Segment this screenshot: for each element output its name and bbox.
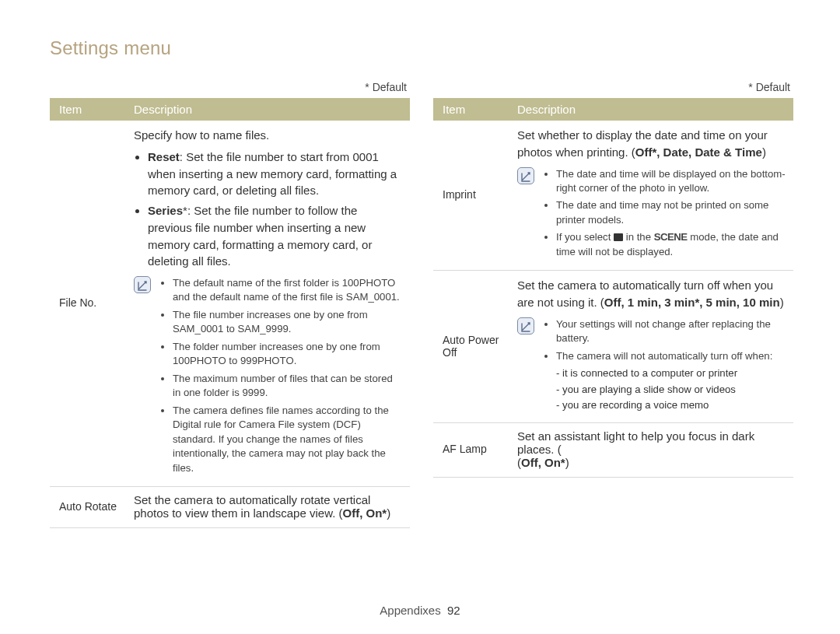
settings-table-left: Item Description File No. Specify how to… [50, 98, 410, 528]
note-icon [134, 276, 151, 293]
list-item: The maximum number of files that can be … [173, 372, 402, 401]
header-description: Description [124, 98, 410, 121]
description-cell-auto-power-off: Set the camera to automatically turn off… [508, 271, 793, 422]
apo-notes: Your settings will not change after repl… [542, 317, 786, 363]
left-column: * Default Item Description File No. Spec… [50, 81, 410, 528]
note-block: The default name of the first folder is … [134, 276, 402, 478]
list-item: The default name of the first folder is … [173, 276, 402, 305]
file-no-intro: Specify how to name files. [134, 127, 402, 144]
note-icon [517, 167, 534, 184]
list-item: The folder number increases one by one f… [173, 340, 402, 369]
list-item: Reset: Set the file number to start from… [148, 149, 402, 199]
list-item: you are recording a voice memo [556, 398, 786, 412]
item-label-af-lamp: AF Lamp [433, 422, 508, 477]
item-label-auto-rotate: Auto Rotate [50, 487, 124, 528]
table-row: File No. Specify how to name files. Rese… [50, 121, 410, 487]
auto-rotate-options: Off, On* [342, 506, 387, 520]
table-row: Imprint Set whether to display the date … [433, 121, 793, 271]
settings-table-right: Item Description Imprint Set whether to … [433, 98, 793, 478]
description-cell-auto-rotate: Set the camera to automatically rotate v… [124, 487, 410, 528]
list-item: Series*: Set the file number to follow t… [148, 202, 402, 270]
page-title: Settings menu [50, 37, 793, 59]
af-lamp-text: Set an assistant light to help you focus… [517, 429, 754, 456]
list-item: The camera will not automatically turn o… [556, 349, 786, 363]
imprint-notes: The date and time will be displayed on t… [542, 167, 786, 263]
table-row: Auto Rotate Set the camera to automatica… [50, 487, 410, 528]
description-cell-imprint: Set whether to display the date and time… [508, 121, 793, 271]
af-lamp-options: Off, On* [521, 456, 565, 469]
frame-icon [614, 233, 623, 241]
imprint-options: Off*, Date, Date & Time [635, 145, 762, 159]
item-label-auto-power-off: Auto Power Off [433, 271, 508, 422]
list-item: Your settings will not change after repl… [556, 317, 786, 346]
file-no-notes: The default name of the first folder is … [159, 276, 402, 478]
list-item: you are playing a slide show or videos [556, 383, 786, 397]
apo-intro: Set the camera to automatically turn off… [517, 277, 786, 311]
note-block: The date and time will be displayed on t… [517, 167, 786, 263]
footer-page-number: 92 [447, 604, 460, 617]
description-cell-af-lamp: Set an assistant light to help you focus… [508, 422, 793, 477]
close-paren: ) [565, 456, 569, 469]
apo-options: Off, 1 min, 3 min*, 5 min, 10 min [604, 296, 780, 309]
note-icon [517, 317, 534, 335]
default-note: * Default [50, 81, 410, 93]
close-paren: ) [387, 506, 390, 520]
close-paren: ) [780, 296, 784, 309]
auto-rotate-text: Set the camera to automatically rotate v… [134, 493, 370, 520]
list-item: The date and time may not be printed on … [556, 198, 786, 227]
document-page: Settings menu * Default Item Description… [0, 0, 840, 634]
list-item: If you select in the SCENE mode, the dat… [556, 230, 786, 259]
content-columns: * Default Item Description File No. Spec… [50, 81, 793, 528]
footer-section: Appendixes [380, 604, 440, 617]
item-label-imprint: Imprint [433, 121, 508, 271]
close-paren: ) [762, 145, 766, 159]
list-item: The camera defines file names according … [173, 404, 402, 475]
scene-note-mid: in the [623, 231, 654, 243]
header-item: Item [433, 98, 508, 121]
default-note: * Default [433, 81, 793, 93]
note-block: Your settings will not change after repl… [517, 317, 786, 415]
file-no-main-list: Reset: Set the file number to start from… [134, 149, 402, 270]
imprint-intro: Set whether to display the date and time… [517, 127, 786, 161]
table-header-row: Item Description [433, 98, 793, 121]
scene-note-pre: If you select [556, 231, 614, 243]
description-cell-file-no: Specify how to name files. Reset: Set th… [124, 121, 410, 487]
list-item: it is connected to a computer or printer [556, 366, 786, 380]
bullet-name: Reset [148, 150, 180, 163]
apo-notes-wrap: Your settings will not change after repl… [542, 317, 786, 415]
bullet-name: Series [148, 204, 183, 217]
table-row: Auto Power Off Set the camera to automat… [433, 271, 793, 422]
page-footer: Appendixes 92 [0, 604, 840, 617]
right-column: * Default Item Description Imprint Set w… [433, 81, 793, 528]
table-header-row: Item Description [50, 98, 410, 121]
header-description: Description [508, 98, 793, 121]
scene-word: SCENE [654, 231, 688, 243]
item-label-file-no: File No. [50, 121, 124, 487]
list-item: The file number increases one by one fro… [173, 308, 402, 337]
apo-sub-notes: it is connected to a computer or printer… [542, 366, 786, 412]
header-item: Item [50, 98, 124, 121]
list-item: The date and time will be displayed on t… [556, 167, 786, 196]
bullet-text: : Set the file number to start from 0001… [148, 150, 397, 198]
table-row: AF Lamp Set an assistant light to help y… [433, 422, 793, 477]
